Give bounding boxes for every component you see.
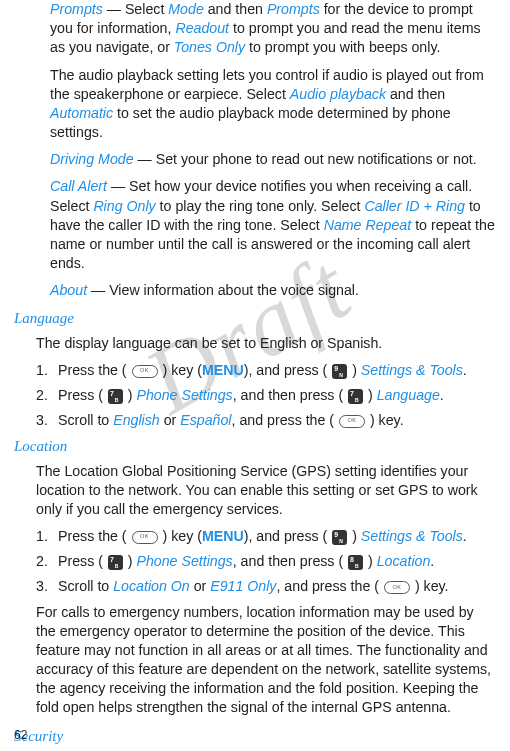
location-intro: The Location Global Positioning Service … [14,462,496,520]
location-note: For calls to emergency numbers, location… [14,603,496,718]
key-7-icon: 7B [348,389,363,404]
key-9-icon: 9N [332,530,347,545]
language-step-1: 1. Press the ( ) key (MENU), and press (… [14,361,496,380]
step-number: 1. [36,527,58,546]
ok-key-icon [132,531,158,544]
step-number: 2. [36,386,58,405]
step-number: 1. [36,361,58,380]
language-heading: Language [14,308,496,328]
page-number: 62 [14,727,27,743]
audio-playback-paragraph: The audio playback setting lets you cont… [14,66,496,143]
location-step-1: 1. Press the ( ) key (MENU), and press (… [14,527,496,546]
key-8-icon: 8B [348,555,363,570]
key-7-icon: 7B [108,555,123,570]
location-step-3: 3. Scroll to Location On or E911 Only, a… [14,577,496,596]
step-number: 3. [36,577,58,596]
step-number: 3. [36,411,58,430]
language-step-3: 3. Scroll to English or Español, and pre… [14,411,496,430]
call-alert-paragraph: Call Alert — Set how your device notifie… [14,177,496,273]
key-9-icon: 9N [332,364,347,379]
prompts-paragraph: Prompts — Select Mode and then Prompts f… [14,0,496,58]
language-step-2: 2. Press ( 7B ) Phone Settings, and then… [14,386,496,405]
ok-key-icon [132,365,158,378]
about-paragraph: About — View information about the voice… [14,281,496,300]
step-number: 2. [36,552,58,571]
key-7-icon: 7B [108,389,123,404]
location-step-2: 2. Press ( 7B ) Phone Settings, and then… [14,552,496,571]
location-heading: Location [14,436,496,456]
page-content: Prompts — Select Mode and then Prompts f… [14,0,496,751]
ok-key-icon [384,581,410,594]
driving-mode-paragraph: Driving Mode — Set your phone to read ou… [14,150,496,169]
security-heading: Security [14,726,496,746]
language-intro: The display language can be set to Engli… [14,334,496,353]
ok-key-icon [339,415,365,428]
